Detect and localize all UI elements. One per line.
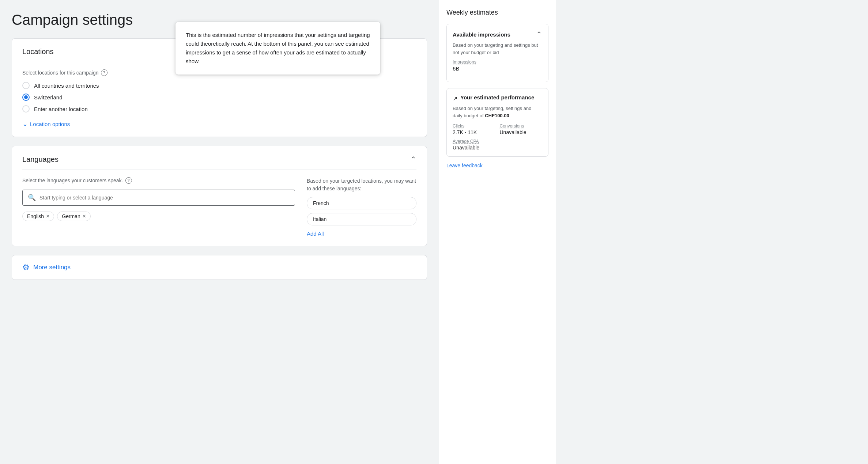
tooltip-text: This is the estimated number of impressi… xyxy=(186,32,370,64)
languages-help-icon[interactable]: ? xyxy=(125,177,132,184)
avg-cpa-label: Average CPA xyxy=(453,139,542,144)
languages-right: Based on your targeted locations, you ma… xyxy=(307,177,416,237)
location-options-link[interactable]: ⌄ Location options xyxy=(22,120,416,128)
clicks-label: Clicks xyxy=(453,123,495,129)
impressions-label: Impressions xyxy=(453,60,542,65)
chevron-down-icon: ⌄ xyxy=(22,120,28,128)
locations-title: Locations xyxy=(22,47,54,56)
tag-german: German × xyxy=(57,212,91,221)
estimated-performance-card: ↗ Your estimated performance Based on yo… xyxy=(446,88,548,157)
languages-header: Languages ⌃ xyxy=(22,155,416,170)
clicks-value: 2.7K - 11K xyxy=(453,129,495,135)
radio-all-countries[interactable]: All countries and territories xyxy=(22,82,416,89)
search-icon: 🔍 xyxy=(28,194,36,202)
add-all-link[interactable]: Add All xyxy=(307,231,324,237)
suggestion-italian[interactable]: Italian xyxy=(307,213,416,225)
metrics-grid: Clicks 2.7K - 11K Conversions Unavailabl… xyxy=(453,123,542,135)
suggestion-label: Based on your targeted locations, you ma… xyxy=(307,177,416,193)
languages-card: Languages ⌃ Select the languages your cu… xyxy=(12,146,427,246)
avg-cpa-section: Average CPA Unavailable xyxy=(453,139,542,151)
sidebar-title: Weekly estimates xyxy=(446,9,548,16)
impressions-value: 6B xyxy=(453,65,542,72)
leave-feedback-link[interactable]: Leave feedback xyxy=(446,163,548,168)
performance-desc: Based on your targeting, settings and da… xyxy=(453,105,542,119)
clicks-metric: Clicks 2.7K - 11K xyxy=(453,123,495,135)
more-settings-card: ⚙ More settings xyxy=(12,255,427,280)
tag-german-remove[interactable]: × xyxy=(83,213,86,219)
language-search-input[interactable] xyxy=(39,195,290,201)
more-settings-label[interactable]: More settings xyxy=(33,264,71,271)
suggestion-french[interactable]: French xyxy=(307,197,416,209)
conversions-value: Unavailable xyxy=(500,129,543,135)
conversions-label: Conversions xyxy=(500,123,543,129)
performance-title: Your estimated performance xyxy=(460,94,534,100)
available-impressions-chevron-icon[interactable]: ⌃ xyxy=(536,30,542,39)
available-impressions-card: Available impressions ⌃ Based on your ta… xyxy=(446,24,548,82)
tag-german-label: German xyxy=(62,213,80,219)
languages-select-label: Select the languages your customers spea… xyxy=(22,177,295,184)
radio-label-switzerland: Switzerland xyxy=(34,94,63,100)
languages-title: Languages xyxy=(22,155,59,164)
languages-chevron-icon[interactable]: ⌃ xyxy=(410,155,416,164)
radio-circle-switzerland xyxy=(22,94,30,101)
avg-cpa-value: Unavailable xyxy=(453,145,542,151)
radio-another-location[interactable]: Enter another location xyxy=(22,105,416,113)
location-radio-group: All countries and territories Switzerlan… xyxy=(22,82,416,113)
languages-body: Select the languages your customers spea… xyxy=(22,177,416,237)
radio-circle-another xyxy=(22,105,30,113)
trend-icon: ↗ xyxy=(453,95,457,102)
tooltip-overlay: This is the estimated number of impressi… xyxy=(176,22,380,75)
available-impressions-header: Available impressions ⌃ xyxy=(453,30,542,39)
performance-header: ↗ Your estimated performance xyxy=(453,94,542,102)
locations-help-icon[interactable]: ? xyxy=(101,69,107,76)
available-impressions-title: Available impressions xyxy=(453,31,510,38)
available-impressions-desc: Based on your targeting and settings but… xyxy=(453,42,542,56)
radio-label-all: All countries and territories xyxy=(34,83,99,89)
tag-english: English × xyxy=(22,212,54,221)
tag-english-remove[interactable]: × xyxy=(46,213,49,219)
language-search-box[interactable]: 🔍 xyxy=(22,190,295,206)
sidebar: Weekly estimates Available impressions ⌃… xyxy=(439,0,556,464)
radio-label-another: Enter another location xyxy=(34,106,88,112)
languages-left: Select the languages your customers spea… xyxy=(22,177,295,237)
tag-english-label: English xyxy=(27,213,44,219)
radio-switzerland[interactable]: Switzerland xyxy=(22,94,416,101)
radio-circle-all xyxy=(22,82,30,89)
conversions-metric: Conversions Unavailable xyxy=(500,123,543,135)
selected-languages-tags: English × German × xyxy=(22,212,295,221)
gear-icon: ⚙ xyxy=(22,263,30,272)
